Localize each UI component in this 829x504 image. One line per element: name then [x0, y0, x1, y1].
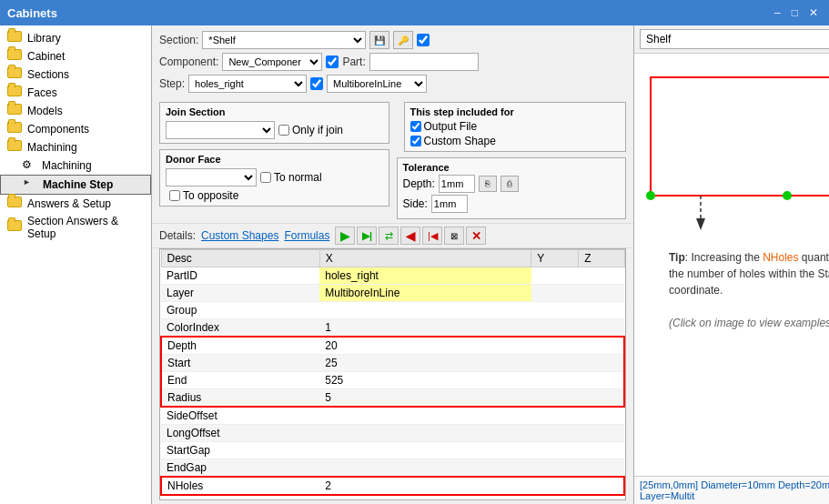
- sidebar-item-answers-setup[interactable]: Answers & Setup: [0, 195, 151, 213]
- tip-label: Tip: [669, 251, 685, 264]
- col-desc: Desc: [161, 250, 319, 267]
- section-icon-btn[interactable]: 💾: [369, 31, 389, 49]
- depth-input[interactable]: [439, 175, 475, 193]
- output-file-checkbox[interactable]: [410, 121, 421, 132]
- component-row: Component: New_Componer Part:: [159, 53, 626, 71]
- details-label: Details:: [159, 229, 196, 242]
- minimize-button[interactable]: –: [771, 6, 784, 19]
- section-select[interactable]: *Shelf: [202, 31, 366, 49]
- depth-label: Depth:: [403, 177, 435, 190]
- table-row[interactable]: EndGap: [161, 459, 624, 478]
- only-if-join-checkbox[interactable]: [278, 125, 289, 136]
- to-normal-label: To normal: [274, 171, 322, 184]
- folder-icon: [7, 122, 24, 136]
- section-row: Section: *Shelf 💾 🔑: [159, 31, 626, 49]
- click-hint: (Click on image to view examples): [669, 317, 829, 329]
- svg-point-1: [646, 191, 655, 200]
- sidebar-item-library[interactable]: Library: [0, 29, 151, 47]
- svg-rect-0: [651, 77, 829, 196]
- part-checkbox[interactable]: [326, 55, 339, 68]
- layer-select[interactable]: MultiboreInLine: [327, 75, 427, 93]
- data-table: Desc X Y Z PartIDholes_rightLayerMultibo…: [160, 249, 625, 496]
- table-row[interactable]: NHoles2: [161, 477, 624, 495]
- col-z: Z: [579, 250, 624, 267]
- folder-icon: [7, 104, 24, 118]
- data-table-container[interactable]: Desc X Y Z PartIDholes_rightLayerMultibo…: [159, 248, 626, 500]
- folder-icon: [7, 197, 24, 211]
- section-checkbox[interactable]: [417, 34, 430, 46]
- gear-icon: ⚙: [22, 158, 38, 173]
- close-button[interactable]: ✕: [805, 6, 822, 19]
- folder-icon: [7, 140, 24, 155]
- to-normal-checkbox[interactable]: [260, 172, 271, 183]
- tolerance-box: Tolerance Depth: ⎘ ⎙ Side:: [397, 157, 627, 219]
- add-row-end-btn[interactable]: ▶|: [357, 227, 377, 245]
- table-row[interactable]: PartIDholes_right: [161, 267, 624, 285]
- folder-icon: [7, 220, 24, 235]
- svg-point-2: [783, 191, 792, 200]
- window-controls: – □ ✕: [771, 6, 822, 19]
- to-opposite-checkbox[interactable]: [169, 190, 180, 201]
- table-row[interactable]: StartGap: [161, 442, 624, 459]
- sidebar-item-machine-step[interactable]: ► Machine Step: [0, 175, 151, 195]
- formulas-link[interactable]: Formulas: [284, 229, 329, 242]
- sidebar-item-components[interactable]: Components: [0, 120, 151, 138]
- table-row[interactable]: End525: [161, 372, 624, 389]
- table-row[interactable]: LayerMultiboreInLine: [161, 285, 624, 302]
- sidebar-item-section-answers[interactable]: Section Answers & Setup: [0, 213, 151, 242]
- table-row[interactable]: LongOffset: [161, 425, 624, 442]
- table-row[interactable]: SideOffset: [161, 407, 624, 425]
- arrow-right-icon: ►: [23, 177, 39, 192]
- sidebar-item-faces[interactable]: Faces: [0, 84, 151, 102]
- step-label: Step:: [159, 77, 185, 90]
- remove-row-end-btn[interactable]: |◀: [422, 227, 442, 245]
- step-checkbox[interactable]: [310, 77, 323, 90]
- title-bar: Cabinets – □ ✕: [0, 0, 829, 25]
- remove-row-btn[interactable]: ◀: [400, 227, 420, 245]
- sidebar-item-models[interactable]: Models: [0, 102, 151, 120]
- table-row[interactable]: ColorIndex1: [161, 319, 624, 338]
- folder-icon: [7, 86, 24, 100]
- folder-icon: [7, 49, 24, 64]
- table-row[interactable]: Radius5: [161, 389, 624, 408]
- tolerance-title: Tolerance: [403, 162, 621, 173]
- folder-icon: [7, 67, 24, 82]
- custom-shapes-link[interactable]: Custom Shapes: [201, 229, 278, 242]
- part-label: Part:: [342, 55, 365, 68]
- side-input[interactable]: [431, 195, 468, 213]
- sidebar-item-cabinet[interactable]: Cabinet: [0, 47, 151, 66]
- maximize-button[interactable]: □: [788, 6, 802, 19]
- nholes-highlight: NHoles: [763, 251, 798, 264]
- tolerance-copy-btn[interactable]: ⎘: [479, 176, 497, 192]
- side-label: Side:: [403, 197, 428, 210]
- col-y: Y: [531, 250, 579, 267]
- table-row[interactable]: Start25: [161, 355, 624, 372]
- part-input[interactable]: [369, 53, 479, 71]
- donor-select[interactable]: [166, 168, 257, 186]
- only-if-join-label: Only if join: [292, 124, 343, 136]
- tolerance-paste-btn[interactable]: ⎙: [500, 176, 519, 192]
- preview-shelf-select[interactable]: Shelf: [640, 29, 829, 49]
- tip-text: Tip: Increasing the NHoles quantity incr…: [660, 249, 829, 331]
- component-select[interactable]: New_Componer: [222, 53, 322, 71]
- sidebar-item-machining[interactable]: Machining: [0, 138, 151, 156]
- custom-shape-checkbox[interactable]: [410, 136, 421, 146]
- table-row[interactable]: Group: [161, 302, 624, 319]
- swap-btn[interactable]: ⇄: [379, 227, 399, 245]
- delete-btn[interactable]: ✕: [466, 227, 486, 245]
- sidebar: Library Cabinet Sections Faces Models Co…: [0, 25, 152, 504]
- add-row-btn[interactable]: ▶: [335, 227, 355, 245]
- preview-canvas[interactable]: Tip: Increasing the NHoles quantity incr…: [634, 54, 829, 476]
- component-label: Component:: [159, 55, 218, 68]
- section-key-btn[interactable]: 🔑: [393, 31, 413, 49]
- sidebar-item-sections[interactable]: Sections: [0, 66, 151, 84]
- step-included-box: This step included for Output File Custo…: [404, 102, 627, 152]
- sidebar-item-machining-sub[interactable]: ⚙ Machining: [0, 156, 151, 175]
- step-select[interactable]: holes_right: [188, 75, 307, 93]
- preview-toolbar: Shelf Edit...: [634, 25, 829, 54]
- grid-btn[interactable]: ⊠: [444, 227, 464, 245]
- folder-icon: [7, 31, 24, 45]
- table-row[interactable]: Depth20: [161, 337, 624, 355]
- donor-face-title: Donor Face: [166, 154, 383, 165]
- join-select[interactable]: [166, 121, 275, 139]
